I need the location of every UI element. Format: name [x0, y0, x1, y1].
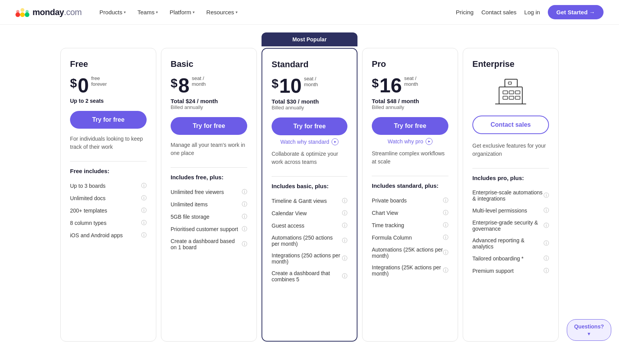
- play-icon: ▶: [426, 138, 433, 145]
- svg-rect-11: [509, 96, 514, 99]
- feature-item: Create a dashboard that combines 5ⓘ: [272, 267, 347, 285]
- feature-item: Prioritised customer supportⓘ: [171, 223, 247, 235]
- plan-name-free: Free: [70, 59, 147, 69]
- price-meta2-pro: month: [404, 81, 418, 87]
- feature-item: 200+ templatesⓘ: [70, 204, 147, 217]
- contact-sales-button[interactable]: Contact sales: [472, 116, 549, 134]
- feature-item: Unlimited itemsⓘ: [171, 198, 247, 211]
- logo[interactable]: monday.com: [15, 7, 82, 18]
- info-icon[interactable]: ⓘ: [443, 222, 448, 229]
- nav-contact-sales[interactable]: Contact sales: [481, 9, 516, 15]
- svg-point-3: [16, 10, 19, 13]
- features-title-enterprise: Includes pro, plus:: [472, 175, 549, 181]
- svg-rect-10: [503, 96, 508, 99]
- nav-teams[interactable]: Teams ▾: [132, 6, 163, 19]
- info-icon[interactable]: ⓘ: [242, 201, 247, 208]
- info-icon[interactable]: ⓘ: [544, 207, 549, 214]
- info-icon[interactable]: ⓘ: [342, 255, 347, 262]
- info-icon[interactable]: ⓘ: [242, 189, 247, 196]
- svg-rect-12: [515, 96, 520, 99]
- try-pro-button[interactable]: Try for free: [372, 117, 448, 135]
- enterprise-icon: [472, 75, 549, 106]
- nav-pricing[interactable]: Pricing: [456, 9, 474, 15]
- feature-item: Enterprise-scale automations & integrati…: [472, 187, 549, 204]
- pricing-section: Free $ 0 free forever Up to 2 seats Try …: [0, 25, 619, 357]
- questions-label: Questions?: [574, 323, 604, 330]
- plan-card-enterprise: Enterprise Contact sales Get exclusive f…: [463, 48, 559, 342]
- feature-item: Formula Columnⓘ: [372, 231, 448, 244]
- price-symbol-free: $: [70, 77, 77, 89]
- svg-rect-8: [509, 91, 514, 94]
- info-icon[interactable]: ⓘ: [342, 222, 347, 229]
- price-symbol-basic: $: [171, 77, 178, 89]
- price-meta2-free: forever: [91, 81, 107, 87]
- info-icon[interactable]: ⓘ: [544, 222, 549, 229]
- info-icon[interactable]: ⓘ: [141, 232, 147, 239]
- plan-name-enterprise: Enterprise: [472, 59, 549, 69]
- feature-item: Unlimited free viewersⓘ: [171, 186, 247, 198]
- info-icon[interactable]: ⓘ: [141, 207, 147, 214]
- feature-item: Advanced reporting & analyticsⓘ: [472, 235, 549, 252]
- info-icon[interactable]: ⓘ: [443, 249, 448, 256]
- play-icon: ▶: [332, 138, 339, 145]
- info-icon[interactable]: ⓘ: [443, 267, 448, 274]
- info-icon[interactable]: ⓘ: [443, 234, 448, 241]
- info-icon[interactable]: ⓘ: [342, 273, 347, 280]
- feature-item: Create a dashboard based on 1 boardⓘ: [171, 235, 247, 253]
- seats-free: Up to 2 seats: [70, 98, 147, 104]
- info-icon[interactable]: ⓘ: [242, 241, 247, 248]
- info-icon[interactable]: ⓘ: [544, 240, 549, 247]
- feature-item: Premium supportⓘ: [472, 265, 549, 277]
- info-icon[interactable]: ⓘ: [141, 219, 147, 226]
- price-meta1-standard: seat /: [304, 76, 318, 82]
- plan-desc-basic: Manage all your team's work in one place: [171, 141, 247, 161]
- chevron-down-icon: ▾: [193, 10, 195, 14]
- info-icon[interactable]: ⓘ: [443, 209, 448, 216]
- plan-card-standard: Most Popular Standard $ 10 seat / month …: [262, 48, 357, 342]
- plan-desc-pro: Streamline complex workflows at scale: [372, 150, 448, 170]
- logo-icon: [15, 7, 29, 18]
- info-icon[interactable]: ⓘ: [544, 192, 549, 199]
- price-meta2-basic: month: [192, 81, 206, 87]
- logo-name: monday.com: [32, 7, 82, 17]
- watch-standard[interactable]: Watch why standard ▶: [272, 138, 347, 145]
- questions-bubble[interactable]: Questions? ▾: [567, 319, 611, 341]
- price-meta2-standard: month: [304, 82, 318, 87]
- info-icon[interactable]: ⓘ: [242, 213, 247, 220]
- info-icon[interactable]: ⓘ: [342, 237, 347, 244]
- watch-pro[interactable]: Watch why pro ▶: [372, 138, 448, 145]
- plan-name-pro: Pro: [372, 59, 448, 69]
- try-free-button[interactable]: Try for free: [70, 111, 147, 129]
- info-icon[interactable]: ⓘ: [141, 182, 147, 189]
- plan-desc-enterprise: Get exclusive features for your organiza…: [472, 142, 549, 162]
- feature-item: Tailored onboarding *ⓘ: [472, 252, 549, 265]
- info-icon[interactable]: ⓘ: [443, 197, 448, 204]
- nav-resources[interactable]: Resources ▾: [201, 6, 243, 19]
- feature-item: Calendar Viewⓘ: [272, 207, 347, 219]
- plan-card-pro: Pro $ 16 seat / month Total $48 / month …: [362, 48, 458, 342]
- price-amount-free: 0: [78, 75, 89, 95]
- nav-platform[interactable]: Platform ▾: [164, 6, 200, 19]
- try-basic-button[interactable]: Try for free: [171, 117, 247, 135]
- feature-item: Unlimited docsⓘ: [70, 192, 147, 204]
- info-icon[interactable]: ⓘ: [242, 226, 247, 233]
- try-standard-button[interactable]: Try for free: [272, 117, 347, 135]
- nav-products[interactable]: Products ▾: [94, 6, 131, 19]
- feature-item: Enterprise-grade security & governanceⓘ: [472, 217, 549, 235]
- info-icon[interactable]: ⓘ: [544, 267, 549, 274]
- chevron-down-icon: ▾: [124, 10, 126, 14]
- info-icon[interactable]: ⓘ: [342, 197, 347, 204]
- get-started-button[interactable]: Get Started →: [548, 5, 604, 19]
- nav-login[interactable]: Log in: [524, 9, 540, 15]
- billed-standard: Billed annually: [272, 105, 347, 111]
- info-icon[interactable]: ⓘ: [342, 210, 347, 217]
- features-title-standard: Includes basic, plus:: [272, 183, 347, 189]
- info-icon[interactable]: ⓘ: [544, 255, 549, 262]
- feature-item: Guest accessⓘ: [272, 219, 347, 232]
- price-symbol-pro: $: [372, 77, 379, 89]
- svg-rect-13: [505, 79, 517, 87]
- svg-rect-9: [515, 91, 520, 94]
- info-icon[interactable]: ⓘ: [141, 195, 147, 202]
- plan-desc-standard: Collaborate & optimize your work across …: [272, 150, 347, 170]
- svg-point-4: [21, 8, 24, 12]
